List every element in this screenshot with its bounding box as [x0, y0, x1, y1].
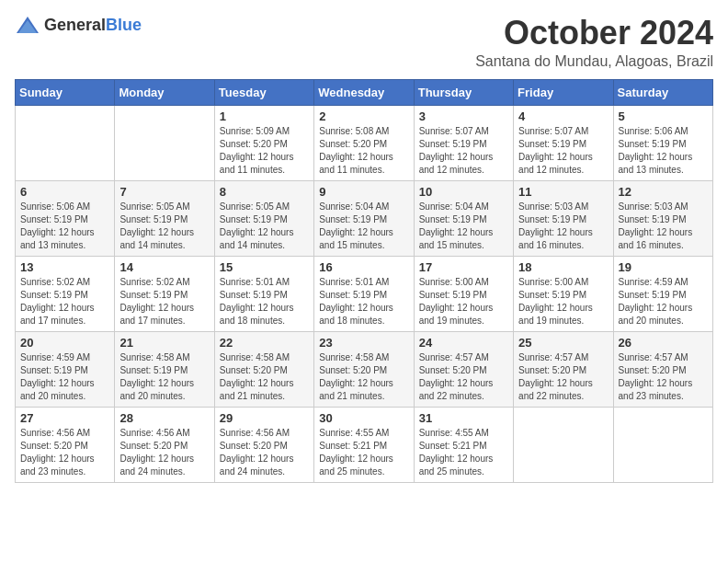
day-number: 10 [419, 185, 508, 199]
calendar-cell: 20Sunrise: 4:59 AM Sunset: 5:19 PM Dayli… [16, 331, 115, 407]
calendar-cell [613, 407, 712, 482]
day-info: Sunrise: 4:58 AM Sunset: 5:20 PM Dayligh… [319, 351, 408, 403]
day-number: 8 [220, 185, 309, 199]
calendar-cell: 21Sunrise: 4:58 AM Sunset: 5:19 PM Dayli… [115, 331, 214, 407]
calendar-cell [115, 105, 214, 180]
calendar-cell [16, 105, 115, 180]
weekday-header-thursday: Thursday [414, 79, 513, 105]
day-number: 22 [220, 336, 309, 350]
day-number: 19 [619, 260, 708, 274]
calendar-cell: 1Sunrise: 5:09 AM Sunset: 5:20 PM Daylig… [214, 105, 313, 180]
title-area: October 2024 Santana do Mundau, Alagoas,… [475, 15, 713, 70]
day-info: Sunrise: 5:00 AM Sunset: 5:19 PM Dayligh… [518, 276, 608, 327]
calendar-cell: 26Sunrise: 4:57 AM Sunset: 5:20 PM Dayli… [613, 331, 712, 407]
calendar-cell: 5Sunrise: 5:06 AM Sunset: 5:19 PM Daylig… [613, 105, 712, 180]
day-info: Sunrise: 5:00 AM Sunset: 5:19 PM Dayligh… [419, 276, 508, 327]
weekday-header-friday: Friday [514, 79, 613, 105]
day-number: 18 [518, 260, 608, 274]
day-info: Sunrise: 5:02 AM Sunset: 5:19 PM Dayligh… [119, 276, 209, 327]
calendar-week-1: 1Sunrise: 5:09 AM Sunset: 5:20 PM Daylig… [16, 105, 713, 180]
day-number: 24 [419, 336, 508, 350]
weekday-header-wednesday: Wednesday [314, 79, 414, 105]
calendar-week-3: 13Sunrise: 5:02 AM Sunset: 5:19 PM Dayli… [16, 256, 713, 331]
day-info: Sunrise: 4:59 AM Sunset: 5:19 PM Dayligh… [619, 276, 708, 327]
calendar-cell: 28Sunrise: 4:56 AM Sunset: 5:20 PM Dayli… [115, 407, 214, 482]
calendar-cell: 6Sunrise: 5:06 AM Sunset: 5:19 PM Daylig… [16, 180, 115, 256]
day-number: 30 [319, 411, 408, 425]
calendar-table: SundayMondayTuesdayWednesdayThursdayFrid… [15, 79, 713, 483]
day-number: 27 [20, 411, 109, 425]
weekday-header-monday: Monday [115, 79, 214, 105]
day-info: Sunrise: 5:05 AM Sunset: 5:19 PM Dayligh… [119, 201, 209, 252]
day-number: 13 [20, 260, 109, 274]
calendar-cell: 7Sunrise: 5:05 AM Sunset: 5:19 PM Daylig… [115, 180, 214, 256]
day-info: Sunrise: 5:01 AM Sunset: 5:19 PM Dayligh… [220, 276, 309, 327]
day-number: 17 [419, 260, 508, 274]
day-number: 11 [518, 185, 608, 199]
day-info: Sunrise: 5:01 AM Sunset: 5:19 PM Dayligh… [319, 276, 408, 327]
calendar-cell: 2Sunrise: 5:08 AM Sunset: 5:20 PM Daylig… [314, 105, 414, 180]
day-number: 7 [119, 185, 209, 199]
day-number: 23 [319, 336, 408, 350]
day-info: Sunrise: 5:07 AM Sunset: 5:19 PM Dayligh… [419, 125, 508, 177]
day-info: Sunrise: 5:08 AM Sunset: 5:20 PM Dayligh… [319, 125, 408, 177]
logo-general: General [44, 16, 106, 34]
weekday-header-saturday: Saturday [613, 79, 712, 105]
day-number: 28 [119, 411, 209, 425]
day-info: Sunrise: 4:55 AM Sunset: 5:21 PM Dayligh… [319, 427, 408, 478]
day-number: 9 [319, 185, 408, 199]
day-number: 3 [419, 109, 508, 123]
day-info: Sunrise: 5:03 AM Sunset: 5:19 PM Dayligh… [518, 201, 608, 252]
calendar-cell: 9Sunrise: 5:04 AM Sunset: 5:19 PM Daylig… [314, 180, 414, 256]
day-info: Sunrise: 4:57 AM Sunset: 5:20 PM Dayligh… [518, 351, 608, 403]
day-number: 14 [119, 260, 209, 274]
day-number: 5 [619, 109, 708, 123]
day-info: Sunrise: 4:58 AM Sunset: 5:19 PM Dayligh… [119, 351, 209, 403]
day-number: 2 [319, 109, 408, 123]
day-info: Sunrise: 4:56 AM Sunset: 5:20 PM Dayligh… [20, 427, 109, 478]
calendar-cell: 3Sunrise: 5:07 AM Sunset: 5:19 PM Daylig… [414, 105, 513, 180]
day-info: Sunrise: 4:55 AM Sunset: 5:21 PM Dayligh… [419, 427, 508, 478]
day-info: Sunrise: 4:56 AM Sunset: 5:20 PM Dayligh… [220, 427, 309, 478]
page-header: GeneralBlue October 2024 Santana do Mund… [15, 15, 713, 70]
day-number: 4 [518, 109, 608, 123]
day-number: 1 [220, 109, 309, 123]
calendar-cell: 14Sunrise: 5:02 AM Sunset: 5:19 PM Dayli… [115, 256, 214, 331]
month-title: October 2024 [475, 15, 713, 52]
calendar-week-5: 27Sunrise: 4:56 AM Sunset: 5:20 PM Dayli… [16, 407, 713, 482]
day-info: Sunrise: 5:06 AM Sunset: 5:19 PM Dayligh… [619, 125, 708, 177]
day-number: 21 [119, 336, 209, 350]
day-number: 6 [20, 185, 109, 199]
calendar-cell: 8Sunrise: 5:05 AM Sunset: 5:19 PM Daylig… [214, 180, 313, 256]
day-info: Sunrise: 4:57 AM Sunset: 5:20 PM Dayligh… [619, 351, 708, 403]
calendar-cell: 18Sunrise: 5:00 AM Sunset: 5:19 PM Dayli… [514, 256, 613, 331]
calendar-cell: 13Sunrise: 5:02 AM Sunset: 5:19 PM Dayli… [16, 256, 115, 331]
calendar-cell: 15Sunrise: 5:01 AM Sunset: 5:19 PM Dayli… [214, 256, 313, 331]
day-number: 16 [319, 260, 408, 274]
calendar-cell: 25Sunrise: 4:57 AM Sunset: 5:20 PM Dayli… [514, 331, 613, 407]
day-number: 20 [20, 336, 109, 350]
day-number: 26 [619, 336, 708, 350]
calendar-cell: 19Sunrise: 4:59 AM Sunset: 5:19 PM Dayli… [613, 256, 712, 331]
day-info: Sunrise: 5:07 AM Sunset: 5:19 PM Dayligh… [518, 125, 608, 177]
logo: GeneralBlue [15, 15, 142, 35]
day-info: Sunrise: 4:59 AM Sunset: 5:19 PM Dayligh… [20, 351, 109, 403]
day-info: Sunrise: 5:04 AM Sunset: 5:19 PM Dayligh… [319, 201, 408, 252]
calendar-cell: 23Sunrise: 4:58 AM Sunset: 5:20 PM Dayli… [314, 331, 414, 407]
weekday-header-sunday: Sunday [16, 79, 115, 105]
weekday-header-tuesday: Tuesday [214, 79, 313, 105]
day-info: Sunrise: 5:09 AM Sunset: 5:20 PM Dayligh… [220, 125, 309, 177]
calendar-cell: 22Sunrise: 4:58 AM Sunset: 5:20 PM Dayli… [214, 331, 313, 407]
day-info: Sunrise: 4:58 AM Sunset: 5:20 PM Dayligh… [220, 351, 309, 403]
calendar-cell: 11Sunrise: 5:03 AM Sunset: 5:19 PM Dayli… [514, 180, 613, 256]
day-info: Sunrise: 4:57 AM Sunset: 5:20 PM Dayligh… [419, 351, 508, 403]
calendar-cell [514, 407, 613, 482]
location-title: Santana do Mundau, Alagoas, Brazil [475, 53, 713, 70]
calendar-cell: 31Sunrise: 4:55 AM Sunset: 5:21 PM Dayli… [414, 407, 513, 482]
calendar-cell: 12Sunrise: 5:03 AM Sunset: 5:19 PM Dayli… [613, 180, 712, 256]
calendar-cell: 24Sunrise: 4:57 AM Sunset: 5:20 PM Dayli… [414, 331, 513, 407]
day-number: 31 [419, 411, 508, 425]
day-number: 12 [619, 185, 708, 199]
day-info: Sunrise: 5:06 AM Sunset: 5:19 PM Dayligh… [20, 201, 109, 252]
day-info: Sunrise: 5:05 AM Sunset: 5:19 PM Dayligh… [220, 201, 309, 252]
